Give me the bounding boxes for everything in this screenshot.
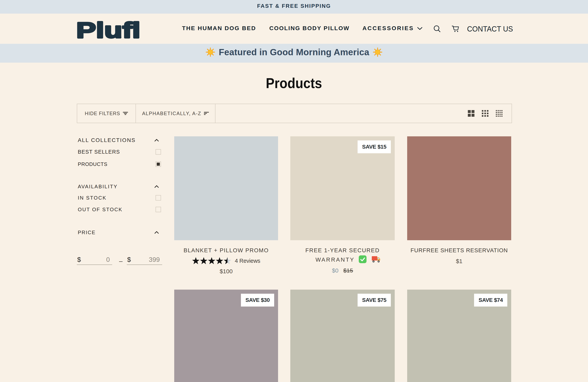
svg-text:Plufl: Plufl bbox=[76, 18, 140, 42]
